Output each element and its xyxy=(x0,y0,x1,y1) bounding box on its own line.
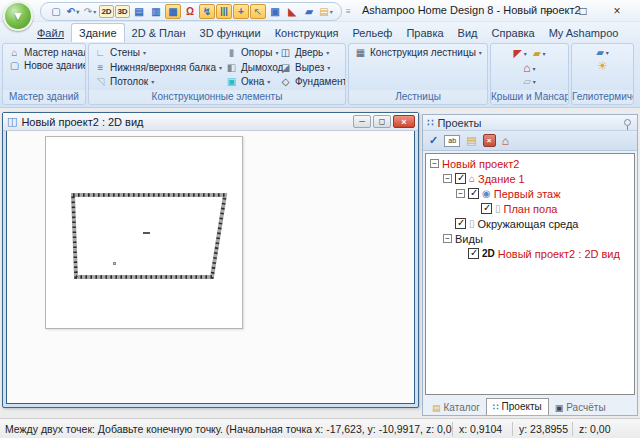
tab-file[interactable]: Файл xyxy=(30,24,71,42)
tab-view[interactable]: Вид xyxy=(451,24,485,42)
snap-intersection-icon[interactable]: + xyxy=(233,4,249,19)
foundation-button[interactable]: ◇ Фундамент ▾ xyxy=(277,75,346,88)
solar-panel-button[interactable]: ▰▾ xyxy=(596,47,609,58)
document-title-bar[interactable]: ◫ Новый проект2 : 2D вид ─ ◻ × xyxy=(3,113,418,131)
walls-button[interactable]: ∟ Стены ▾ xyxy=(92,46,223,59)
supports-button[interactable]: ▮ Опоры ▾ xyxy=(223,46,277,59)
resize-grip[interactable] xyxy=(632,419,640,438)
checkbox-checked[interactable]: ✓ xyxy=(455,173,466,184)
tree-item-project[interactable]: − Новый проект2 xyxy=(426,156,634,171)
open-project-button[interactable]: ▤ xyxy=(466,134,476,147)
chevron-down-icon[interactable]: ▾ xyxy=(93,9,96,15)
qat-overflow-icon[interactable]: ≡ xyxy=(346,7,351,16)
start-wizard-button[interactable]: ⌂ Мастер начала xyxy=(6,46,82,59)
chevron-down-icon[interactable]: ▾ xyxy=(151,78,154,85)
maximize-button[interactable]: □ xyxy=(566,0,600,22)
chevron-down-icon[interactable]: ▾ xyxy=(606,49,609,56)
tree-item-building[interactable]: − ✓ ⌂ Здание 1 xyxy=(426,171,634,186)
tab-2d-plan[interactable]: 2D & План xyxy=(125,24,193,42)
tab-help[interactable]: Справка xyxy=(485,24,542,42)
tab-my-ashampoo[interactable]: My Ashampoo xyxy=(542,24,626,42)
doc-minimize-button[interactable]: ─ xyxy=(353,115,371,128)
checkbox-checked[interactable]: ✓ xyxy=(468,248,479,259)
tree-item-2d-view[interactable]: ✓ 2D Новый проект2 : 2D вид xyxy=(426,246,634,261)
building-button[interactable]: ⌂ xyxy=(502,134,509,148)
stairs-construction-button[interactable]: ▦ Конструкция лестницы ▾ xyxy=(352,46,484,59)
chevron-down-icon[interactable]: ▾ xyxy=(143,49,146,56)
beam-button[interactable]: ≡ Нижняя/верхняя балка ▾ xyxy=(92,61,223,74)
chevron-down-icon[interactable]: ▾ xyxy=(479,49,482,56)
roof-corner-button[interactable]: ◤▾ xyxy=(513,47,526,60)
group-solar: ▰▾ ☀ Гелиотермиче... xyxy=(571,43,634,105)
chevron-down-icon[interactable]: ▾ xyxy=(219,64,222,71)
house-roof-button[interactable]: ⌂▾ xyxy=(523,61,535,75)
tree-item-floor-plan[interactable]: ✓ ▯ План пола xyxy=(426,201,634,216)
texture-icon[interactable]: ▰ xyxy=(301,4,317,19)
chevron-down-icon[interactable]: ▾ xyxy=(543,50,546,57)
tab-calculations[interactable]: ▣ Расчёты xyxy=(549,400,612,415)
tab-catalog[interactable]: ▤ Каталог xyxy=(426,400,486,415)
checkbox-checked[interactable]: ✓ xyxy=(481,203,492,214)
tab-construction[interactable]: Конструкция xyxy=(268,24,346,42)
grid-toggle-icon[interactable]: ▦ xyxy=(165,4,181,19)
magnet-icon[interactable]: Ω xyxy=(182,4,198,19)
tree-item-environment[interactable]: ✓ ▯ Окружающая среда xyxy=(426,216,634,231)
folder-glyph: ▤ xyxy=(319,7,328,17)
view-2d-icon[interactable]: 2D xyxy=(99,5,114,18)
tree-item-views[interactable]: − Виды xyxy=(426,231,634,246)
apply-button[interactable]: ✓ xyxy=(429,134,438,147)
redo-icon[interactable]: ↷▾ xyxy=(82,4,98,19)
dormer-button[interactable]: ▰▾ xyxy=(533,47,546,60)
windows-button[interactable]: ▣ Окна ▾ xyxy=(223,75,277,88)
select-arrow-icon[interactable]: ↖ xyxy=(250,4,266,19)
drawing-canvas-2d[interactable] xyxy=(6,131,415,404)
collapse-icon[interactable]: − xyxy=(456,189,465,198)
arrange-windows-icon[interactable]: ▣ xyxy=(267,4,283,19)
tab-3d-functions[interactable]: 3D функции xyxy=(193,24,268,42)
ceiling-button[interactable]: ◹ Потолок ▾ xyxy=(92,75,223,88)
view-3d-icon[interactable]: 3D xyxy=(115,5,130,18)
chevron-down-icon[interactable]: ▾ xyxy=(533,78,536,85)
tab-projects[interactable]: ∷ Проекты xyxy=(486,398,549,415)
roof-tool-icon[interactable]: ◣ xyxy=(284,4,300,19)
close-button[interactable]: × xyxy=(600,0,634,22)
new-building-button[interactable]: ▢ Новое здание xyxy=(6,59,82,72)
minimize-button[interactable]: – xyxy=(532,0,566,22)
door-button[interactable]: ◫ Дверь ▾ xyxy=(277,46,346,59)
chevron-down-icon[interactable]: ▾ xyxy=(326,49,329,56)
doc-restore-button[interactable]: ◻ xyxy=(373,115,391,128)
roof-slab-button[interactable]: ▱▾ xyxy=(523,76,536,87)
app-menu-button[interactable]: ▼ xyxy=(3,1,33,31)
snap-cursor-icon[interactable]: ↯ xyxy=(199,4,215,19)
cutout-button[interactable]: ◪ Вырез ▾ xyxy=(277,61,346,74)
undo-icon[interactable]: ↶▾ xyxy=(65,4,81,19)
catalog-folder-icon[interactable]: ▤▾ xyxy=(318,4,334,19)
collapse-icon[interactable]: − xyxy=(430,159,439,168)
collapse-icon[interactable]: − xyxy=(443,174,452,183)
chevron-down-icon[interactable]: ▾ xyxy=(267,78,270,85)
chevron-down-icon[interactable]: ▾ xyxy=(533,65,536,72)
chevron-down-icon[interactable]: ▾ xyxy=(327,64,330,71)
tab-terrain[interactable]: Рельеф xyxy=(346,24,400,42)
chevron-down-icon[interactable]: ▾ xyxy=(330,9,333,15)
new-document-icon[interactable]: ▢ xyxy=(48,4,64,19)
doc-close-button[interactable]: × xyxy=(393,115,415,128)
tab-edit[interactable]: Правка xyxy=(399,24,450,42)
application-window: ▼ ▢ ↶▾ ↷▾ 2D 3D ▤ ▥ ▦ Ω ↯ ||| + ↖ ▣ ◣ ▰ … xyxy=(0,0,640,438)
delete-button[interactable]: × xyxy=(483,134,496,147)
pin-icon[interactable] xyxy=(624,119,631,126)
tab-label: Расчёты xyxy=(566,402,605,413)
rename-button[interactable]: ab xyxy=(444,135,460,147)
tab-building[interactable]: Здание xyxy=(71,23,125,43)
guides-icon[interactable]: ||| xyxy=(216,4,232,19)
tree-item-first-floor[interactable]: − ✓ ◉ Первый этаж xyxy=(426,186,634,201)
vertical-split-icon[interactable]: ▥ xyxy=(148,4,164,19)
checkbox-checked[interactable]: ✓ xyxy=(455,218,466,229)
checkbox-checked[interactable]: ✓ xyxy=(468,188,479,199)
solar-wizard-button[interactable]: ☀ xyxy=(597,59,608,73)
chevron-down-icon[interactable]: ▾ xyxy=(524,50,527,57)
horizontal-split-icon[interactable]: ▤ xyxy=(131,4,147,19)
chimney-button[interactable]: ◧ Дымоход ▾ xyxy=(223,61,277,74)
chevron-down-icon[interactable]: ▾ xyxy=(76,9,79,15)
collapse-icon[interactable]: − xyxy=(443,234,452,243)
